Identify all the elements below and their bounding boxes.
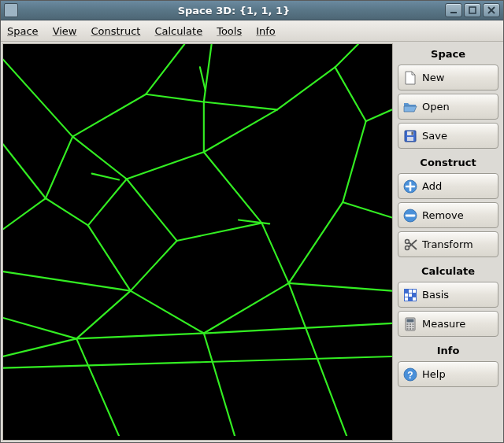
svg-rect-60 (407, 323, 409, 325)
add-label: Add (422, 180, 493, 192)
svg-rect-55 (405, 289, 409, 293)
svg-rect-61 (410, 323, 411, 325)
client-area: Space New Open Save Construct (1, 42, 503, 442)
add-button[interactable]: Add (398, 173, 498, 199)
remove-label: Remove (422, 209, 493, 221)
transform-label: Transform (422, 238, 493, 250)
menu-space[interactable]: Space (7, 25, 39, 37)
svg-line-44 (239, 220, 269, 223)
svg-line-36 (3, 338, 76, 356)
svg-rect-65 (413, 326, 414, 327)
menu-construct[interactable]: Construct (91, 25, 140, 37)
close-button[interactable] (483, 3, 500, 17)
open-label: Open (422, 101, 493, 113)
svg-line-28 (3, 271, 131, 291)
svg-line-14 (3, 144, 46, 198)
app-window: Space 3D: {1, 1, 1} Space View Construct… (0, 0, 504, 443)
open-button[interactable]: Open (398, 94, 498, 120)
svg-line-18 (88, 179, 127, 226)
viewport-3d[interactable] (2, 43, 393, 441)
svg-line-15 (46, 137, 72, 198)
remove-button[interactable]: Remove (398, 202, 498, 228)
group-header-construct: Construct (398, 155, 498, 170)
calculator-icon (403, 317, 417, 331)
svg-line-27 (88, 225, 131, 290)
svg-line-26 (131, 241, 177, 291)
folder-open-icon (403, 100, 417, 114)
basis-button[interactable]: Basis (398, 282, 498, 308)
save-floppy-icon (403, 129, 417, 143)
minimize-button[interactable] (445, 3, 462, 17)
svg-line-38 (204, 323, 392, 334)
help-button[interactable]: ? Help (398, 361, 498, 387)
svg-line-45 (200, 67, 206, 90)
svg-line-2 (3, 60, 72, 137)
svg-line-34 (3, 318, 76, 338)
save-button[interactable]: Save (398, 123, 498, 149)
maximize-icon (469, 6, 476, 14)
app-icon (4, 3, 18, 17)
svg-line-11 (366, 109, 392, 121)
scissors-icon (403, 238, 417, 252)
new-file-icon (403, 71, 417, 85)
group-header-calculate: Calculate (398, 264, 498, 279)
titlebar: Space 3D: {1, 1, 1} (1, 1, 503, 20)
menu-calculate[interactable]: Calculate (154, 25, 202, 37)
grid-icon (403, 288, 417, 302)
svg-line-40 (204, 334, 235, 436)
svg-line-32 (289, 202, 343, 283)
svg-line-9 (335, 44, 358, 67)
svg-line-43 (92, 174, 119, 180)
svg-rect-48 (407, 137, 413, 141)
svg-line-13 (343, 202, 392, 218)
svg-rect-49 (412, 131, 413, 135)
group-header-info: Info (398, 343, 498, 358)
svg-line-4 (146, 44, 184, 94)
svg-line-35 (76, 291, 131, 339)
remove-minus-icon (403, 209, 417, 223)
window-buttons (445, 3, 503, 17)
svg-rect-62 (413, 323, 414, 325)
svg-line-41 (3, 356, 392, 368)
wireframe-overlay (3, 44, 392, 436)
svg-rect-66 (407, 328, 409, 330)
svg-line-25 (204, 152, 262, 223)
svg-line-17 (46, 198, 88, 225)
svg-rect-68 (413, 328, 414, 330)
svg-rect-63 (407, 326, 409, 327)
menu-tools[interactable]: Tools (217, 25, 242, 37)
svg-rect-59 (407, 319, 414, 322)
new-button[interactable]: New (398, 65, 498, 90)
measure-button[interactable]: Measure (398, 311, 498, 337)
basis-label: Basis (422, 289, 493, 301)
svg-line-7 (204, 102, 277, 110)
svg-line-31 (261, 223, 288, 282)
group-header-space: Space (398, 46, 498, 61)
transform-button[interactable]: Transform (398, 231, 498, 257)
svg-rect-1 (469, 7, 476, 13)
svg-line-39 (76, 338, 119, 435)
svg-line-22 (204, 109, 277, 152)
svg-rect-64 (410, 326, 411, 327)
measure-label: Measure (422, 318, 493, 330)
save-label: Save (422, 130, 493, 142)
new-label: New (422, 72, 493, 83)
maximize-button[interactable] (464, 3, 481, 17)
menubar: Space View Construct Calculate Tools Inf… (1, 20, 503, 42)
svg-line-24 (177, 223, 262, 241)
svg-rect-57 (409, 297, 413, 301)
close-icon (487, 6, 495, 14)
svg-text:?: ? (407, 369, 413, 380)
help-label: Help (422, 368, 493, 380)
svg-rect-56 (413, 293, 417, 297)
menu-info[interactable]: Info (256, 25, 276, 37)
svg-rect-67 (410, 328, 411, 330)
menu-view[interactable]: View (53, 25, 77, 37)
svg-line-3 (72, 94, 146, 137)
sidebar: Space New Open Save Construct (395, 42, 503, 442)
window-title: Space 3D: {1, 1, 1} (23, 5, 445, 17)
help-question-icon: ? (403, 367, 417, 382)
svg-rect-0 (450, 12, 457, 13)
svg-line-23 (127, 179, 177, 241)
svg-line-20 (127, 152, 204, 179)
